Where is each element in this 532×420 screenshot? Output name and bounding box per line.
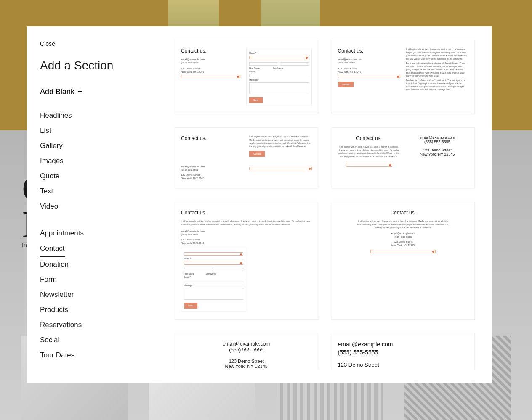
- cat-reservations[interactable]: Reservations: [40, 317, 162, 333]
- tmpl-message-label: Message *: [249, 79, 309, 81]
- tmpl-title: Contact us.: [338, 48, 400, 54]
- cat-video[interactable]: Video: [40, 199, 162, 214]
- modal-title: Add a Section: [40, 59, 162, 72]
- tmpl-name-label: Name *: [249, 52, 309, 54]
- template-contact-centered-stack[interactable]: Contact us. It all begins with an idea. …: [332, 202, 475, 320]
- tmpl-addr2: New York, NY 12345: [181, 71, 240, 73]
- plus-icon: +: [78, 87, 82, 96]
- tmpl-email-label: Email *: [249, 70, 309, 73]
- add-blank-button[interactable]: Add Blank +: [40, 87, 162, 96]
- tmpl-phone: (555) 555-5555: [181, 61, 240, 64]
- template-contact-big-centered[interactable]: email@example.com (555) 555-5555 123 Dem…: [175, 333, 318, 370]
- category-group-advanced: Appointments Contact Donation Form Newsl…: [40, 226, 162, 363]
- cat-donation[interactable]: Donation: [40, 257, 162, 272]
- tmpl-email: email@example.com: [181, 58, 240, 61]
- template-contact-centered-info[interactable]: Contact us. It all begins with an idea. …: [332, 127, 475, 188]
- cat-products[interactable]: Products: [40, 302, 162, 317]
- cat-social[interactable]: Social: [40, 333, 162, 348]
- cat-tour-dates[interactable]: Tour Dates: [40, 348, 162, 363]
- cat-gallery[interactable]: Gallery: [40, 138, 162, 153]
- cat-images[interactable]: Images: [40, 153, 162, 169]
- tmpl-addr1: 123 Demo Street: [181, 67, 240, 70]
- template-contact-full-form[interactable]: Contact us. It all begins with an idea. …: [175, 202, 318, 320]
- template-contact-text-right[interactable]: Contact us. email@example.com (555) 555-…: [332, 40, 475, 114]
- add-blank-label: Add Blank: [40, 87, 74, 96]
- close-button[interactable]: Close: [40, 40, 55, 47]
- cat-contact[interactable]: Contact: [40, 241, 65, 257]
- add-section-modal: Close Add a Section Add Blank + Headline…: [27, 26, 492, 383]
- cat-quote[interactable]: Quote: [40, 169, 162, 184]
- template-contact-big-left[interactable]: email@example.com (555) 555-5555 123 Dem…: [332, 333, 475, 370]
- cat-form[interactable]: Form: [40, 272, 162, 287]
- cat-headlines[interactable]: Headlines: [40, 108, 162, 123]
- tmpl-input: [249, 56, 309, 59]
- category-group-basic: Headlines List Gallery Images Quote Text…: [40, 108, 162, 214]
- cat-text[interactable]: Text: [40, 184, 162, 199]
- cat-appointments[interactable]: Appointments: [40, 226, 162, 241]
- tmpl-title: Contact us.: [181, 48, 240, 54]
- template-contact-text-btn[interactable]: Contact us. It all begins with an idea. …: [175, 127, 318, 188]
- template-gallery[interactable]: Contact us. email@example.com (555) 555-…: [175, 40, 478, 370]
- bg-subtext: In: [22, 242, 27, 248]
- modal-sidebar[interactable]: Close Add a Section Add Blank + Headline…: [40, 40, 166, 370]
- template-contact-form-right[interactable]: Contact us. email@example.com (555) 555-…: [175, 40, 318, 114]
- cat-list[interactable]: List: [40, 123, 162, 138]
- cat-newsletter[interactable]: Newsletter: [40, 287, 162, 302]
- tmpl-input: [181, 75, 240, 78]
- tmpl-send-btn: Send: [249, 97, 263, 103]
